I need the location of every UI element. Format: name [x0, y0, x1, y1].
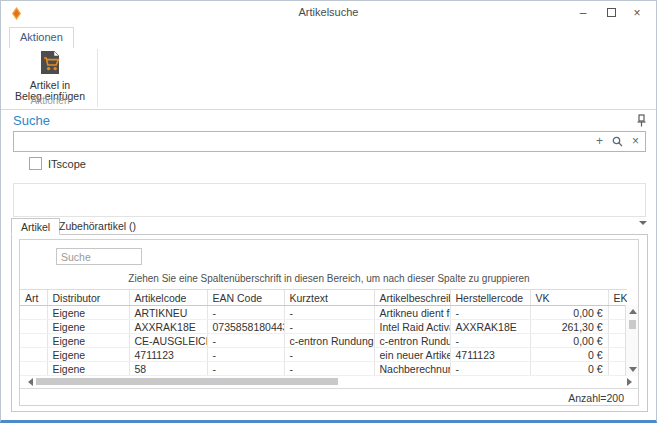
ribbon-tab-strip: Aktionen — [1, 27, 656, 47]
grid-cell[interactable]: Eigene — [47, 334, 129, 348]
grid-cell[interactable]: - — [450, 362, 530, 376]
grid-cell[interactable]: - — [284, 306, 374, 320]
search-box: + × — [13, 131, 646, 152]
grid-cell[interactable]: - — [284, 362, 374, 376]
tab-zubehoerartikel[interactable]: Zubehörartikel () — [50, 218, 145, 235]
table-header-row: ArtDistributorArtikelcodeEAN CodeKurztex… — [20, 290, 627, 306]
ribbon-group-aktionen: Artikel in Beleg einfügen Aktionen — [3, 49, 98, 107]
grid-cell[interactable]: - — [207, 348, 284, 362]
grid-cell[interactable]: 4711123 — [450, 348, 530, 362]
artikel-tab-panel: Ziehen Sie eine Spaltenüberschrift in di… — [11, 234, 648, 412]
article-grid: Ziehen Sie eine Spaltenüberschrift in di… — [19, 239, 639, 406]
grid-cell[interactable]: Eigene — [47, 348, 129, 362]
title-bar: Artikelsuche – × — [1, 1, 656, 25]
search-input[interactable] — [16, 133, 576, 150]
artikelsuche-window: Artikelsuche – × Aktionen Artikel in — [0, 0, 657, 423]
itscope-checkbox[interactable] — [29, 157, 42, 170]
column-header-artikelcode[interactable]: Artikelcode — [129, 290, 207, 306]
grid-cell[interactable]: - — [450, 306, 530, 320]
scroll-left-icon[interactable] — [28, 378, 33, 386]
horizontal-scroll-thumb[interactable] — [36, 378, 338, 385]
vertical-scrollbar[interactable] — [625, 305, 638, 376]
ribbon-body: Artikel in Beleg einfügen Aktionen — [1, 47, 656, 110]
column-header-distributor[interactable]: Distributor — [47, 290, 129, 306]
table-row[interactable]: EigeneAXXRAK18E0735858180443-Intel Raid … — [20, 320, 627, 334]
chevron-down-icon[interactable] — [639, 221, 647, 225]
cart-document-icon — [37, 50, 63, 76]
grid-cell[interactable]: Eigene — [47, 320, 129, 334]
grid-cell[interactable]: 0,00 € — [530, 306, 608, 320]
grid-cell[interactable]: - — [450, 334, 530, 348]
grid-cell[interactable]: ein neuer Artikel — [374, 348, 450, 362]
grid-cell[interactable]: Nachberechnungsa... — [374, 362, 450, 376]
grid-cell[interactable]: 0735858180443 — [207, 320, 284, 334]
table-row[interactable]: EigeneARTIKNEU--Artikneu dient für...-0,… — [20, 306, 627, 320]
minimize-button[interactable]: – — [572, 4, 594, 22]
search-results-placeholder — [13, 183, 646, 217]
article-table: ArtDistributorArtikelcodeEAN CodeKurztex… — [20, 289, 627, 376]
grid-cell[interactable]: - — [207, 306, 284, 320]
search-panel-title: Suche — [13, 113, 50, 128]
grid-cell[interactable] — [20, 320, 47, 334]
column-header-herstellercode[interactable]: Herstellercode — [450, 290, 530, 306]
grid-cell[interactable] — [20, 334, 47, 348]
scroll-down-icon[interactable] — [629, 367, 637, 372]
table-row[interactable]: EigeneCE-AUSGLEICHS.A...-c-entron Rundun… — [20, 334, 627, 348]
grid-filter-input[interactable] — [56, 248, 142, 265]
add-criteria-icon[interactable]: + — [594, 136, 605, 147]
column-header-kurztext[interactable]: Kurztext — [284, 290, 374, 306]
grid-cell[interactable]: - — [207, 362, 284, 376]
table-row[interactable]: Eigene4711123--ein neuer Artikel47111230… — [20, 348, 627, 362]
grid-cell[interactable]: - — [284, 320, 374, 334]
grid-cell[interactable]: CE-AUSGLEICHS.A... — [129, 334, 207, 348]
group-by-hint: Ziehen Sie eine Spaltenüberschrift in di… — [20, 273, 638, 284]
ribbon-tab-aktionen[interactable]: Aktionen — [9, 27, 74, 48]
scroll-up-icon[interactable] — [629, 309, 637, 314]
grid-cell[interactable] — [20, 306, 47, 320]
clear-search-icon[interactable]: × — [630, 136, 641, 147]
grid-cell[interactable] — [20, 348, 47, 362]
window-title: Artikelsuche — [1, 6, 656, 18]
grid-cell[interactable]: 261,30 € — [530, 320, 608, 334]
grid-cell[interactable]: 0 € — [530, 348, 608, 362]
table-row[interactable]: Eigene58--Nachberechnungsa...-0 € — [20, 362, 627, 376]
vertical-scroll-thumb[interactable] — [629, 320, 636, 329]
ribbon-group-label: Aktionen — [3, 95, 97, 106]
grid-cell[interactable]: c-entron Rundung... — [374, 334, 450, 348]
grid-cell[interactable]: Eigene — [47, 306, 129, 320]
column-header-artikelbeschreibung[interactable]: Artikelbeschreibung — [374, 290, 450, 306]
column-header-art[interactable]: Art — [20, 290, 47, 306]
itscope-checkbox-row[interactable]: ITscope — [29, 157, 86, 170]
column-header-ek[interactable]: EK — [608, 290, 627, 306]
grid-cell[interactable]: AXXRAK18E — [129, 320, 207, 334]
grid-cell[interactable]: Eigene — [47, 362, 129, 376]
grid-footer: Anzahl=200 — [20, 388, 638, 405]
grid-cell[interactable]: Intel Raid Activatio... — [374, 320, 450, 334]
maximize-icon — [607, 8, 616, 17]
grid-cell[interactable]: 4711123 — [129, 348, 207, 362]
grid-cell[interactable]: c-entron Rundung... — [284, 334, 374, 348]
grid-cell[interactable]: Artikneu dient für... — [374, 306, 450, 320]
grid-cell[interactable]: 0,00 € — [530, 334, 608, 348]
magnifier-icon[interactable] — [612, 136, 623, 147]
column-header-vk[interactable]: VK — [530, 290, 608, 306]
grid-cell[interactable]: 58 — [129, 362, 207, 376]
horizontal-scrollbar[interactable] — [20, 376, 638, 388]
scroll-right-icon[interactable] — [627, 378, 632, 386]
itscope-label: ITscope — [48, 158, 86, 170]
record-count: Anzahl=200 — [568, 392, 624, 404]
grid-cell[interactable]: - — [284, 348, 374, 362]
grid-cell[interactable]: ARTIKNEU — [129, 306, 207, 320]
grid-cell[interactable]: 0 € — [530, 362, 608, 376]
document-tab-strip: Artikel Zubehörartikel () — [1, 218, 656, 234]
column-header-ean-code[interactable]: EAN Code — [207, 290, 284, 306]
close-button[interactable]: × — [626, 4, 648, 22]
grid-cell[interactable] — [20, 362, 47, 376]
grid-cell[interactable]: AXXRAK18E — [450, 320, 530, 334]
maximize-button[interactable] — [600, 4, 622, 22]
pin-icon[interactable] — [636, 113, 647, 126]
grid-cell[interactable]: - — [207, 334, 284, 348]
